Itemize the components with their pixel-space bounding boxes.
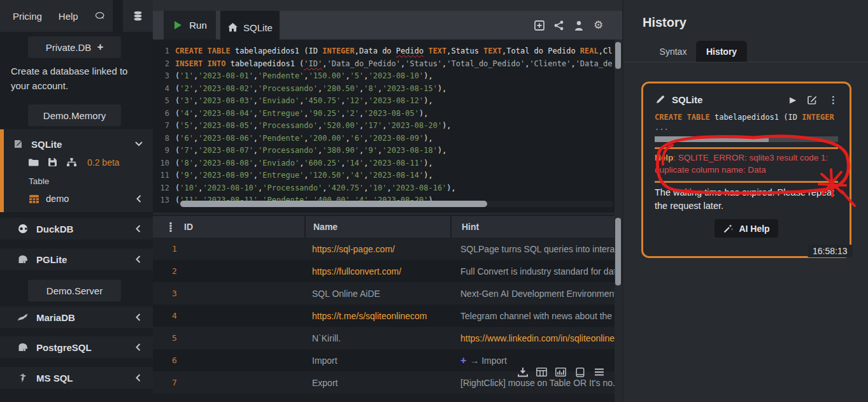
tab-history[interactable]: History [696, 41, 747, 62]
column-header-id[interactable]: ID [153, 222, 304, 233]
sidebar-item-mssql[interactable]: MS SQL [0, 367, 153, 389]
tab-syntax[interactable]: Syntax [653, 41, 693, 62]
download-icon[interactable] [517, 367, 528, 377]
import-plus-icon[interactable]: + [460, 355, 466, 366]
table-row[interactable]: 5N`Kirill.https://www.linkedin.com/in/sq… [153, 327, 615, 349]
duckdb-icon [17, 224, 28, 234]
code-line: 2INSERT INTO tabelapedidos1 ('ID','Data_… [153, 58, 615, 71]
edit-icon[interactable] [807, 94, 818, 105]
demo-server-header[interactable]: Demo.Server [28, 280, 121, 301]
tabs-divider [623, 62, 868, 62]
divider-top [655, 147, 838, 149]
help-link[interactable]: Help [59, 11, 78, 22]
sql-token [423, 45, 428, 58]
sql-token: , [253, 157, 258, 170]
run-button[interactable]: Run [164, 11, 216, 39]
results-vscrollbar-thumb[interactable] [615, 218, 621, 285]
sql-token: , [364, 182, 368, 195]
chevron-left-icon[interactable] [132, 254, 143, 265]
table-row[interactable]: 2https://fullconvert.com/Full Convert is… [153, 260, 615, 282]
sql-token: tabelapedidos1 ( [225, 58, 304, 71]
line-number: 1 [153, 45, 169, 58]
result-link[interactable]: https://t.me/s/sqliteonlinecom [304, 311, 450, 321]
chart-view-icon[interactable] [555, 367, 566, 377]
sidebar-item-demo-table[interactable]: demo [29, 190, 144, 207]
code-line: 4('2','2023-08-02','Processando','280.50… [153, 83, 615, 96]
progress-bar [655, 136, 838, 142]
sql-token: '4' [350, 169, 364, 182]
sql-token: , [194, 157, 198, 170]
code-line: 5('3','2023-08-03','Enviado','450.75','1… [153, 95, 615, 108]
sql-token: ( [175, 182, 180, 195]
sidebar-item-postgresql[interactable]: PostgreSQL [0, 336, 153, 358]
sidebar-item-sqlite[interactable]: SQLite [13, 135, 144, 153]
user-icon[interactable] [573, 20, 584, 31]
code-line: 8('6','2023-08-06','Pendente','200.00','… [153, 133, 615, 145]
chevron-left-icon[interactable] [132, 342, 143, 353]
chevron-left-icon[interactable] [132, 224, 143, 234]
chevron-left-icon[interactable] [132, 312, 143, 323]
elephant-icon [17, 342, 28, 353]
table-view-icon[interactable] [536, 367, 547, 377]
line-number: 3 [153, 70, 169, 83]
header-hint-label: Hint [462, 222, 479, 232]
sql-token: , [318, 83, 322, 96]
journal-icon[interactable] [574, 367, 585, 377]
chevron-left-icon[interactable] [132, 373, 143, 384]
table-row[interactable]: 4https://t.me/s/sqliteonlinecomTelegram … [153, 305, 615, 327]
sidebar-item-duckdb[interactable]: DuckDB [0, 218, 153, 240]
chevron-down-icon[interactable] [133, 139, 144, 150]
sql-token: ), [423, 70, 432, 83]
error-message: Help: SQLITE_ERROR: sqlite3 result code … [655, 152, 838, 176]
sql-token: '2023-08-05' [198, 120, 253, 133]
sql-token: ( [175, 70, 180, 83]
play-icon [173, 20, 183, 31]
sql-token: ( [175, 145, 180, 157]
table-row[interactable]: 1https://sql-page.com/SQLPage turns SQL … [153, 238, 615, 260]
sql-token: '2023-08-14' [369, 169, 424, 182]
chevron-left-icon[interactable] [133, 194, 144, 205]
duckdb-label: DuckDB [36, 224, 73, 234]
pricing-link[interactable]: Pricing [13, 11, 42, 22]
result-link[interactable]: https://www.linkedin.com/in/sqliteonline… [450, 333, 615, 343]
gear-icon[interactable]: ⚙ [593, 20, 604, 31]
sql-editor[interactable]: 1CREATE TABLE tabelapedidos1 (ID INTEGER… [153, 39, 615, 213]
sql-token: '6' [180, 133, 194, 145]
sidebar-item-pglite[interactable]: PGLite [0, 248, 153, 270]
share-icon[interactable] [553, 20, 564, 31]
rerun-icon[interactable]: ▶ [790, 96, 796, 104]
line-number: 9 [153, 145, 169, 157]
database-tab[interactable] [123, 0, 153, 32]
sidebar-item-mariadb[interactable]: MariaDB [0, 306, 153, 328]
sql-token: , [194, 169, 198, 182]
table-grid-icon [29, 194, 39, 205]
result-link[interactable]: https://sql-page.com/ [304, 244, 450, 254]
sql-keyword: TEXT [483, 45, 502, 58]
more-options-icon[interactable]: ⋮ [829, 95, 838, 104]
save-icon[interactable] [47, 157, 58, 168]
table-row[interactable]: 3SQL Online AiDENext-Gen AI Development … [153, 282, 615, 305]
chat-icon[interactable] [95, 11, 106, 22]
editor-hscrollbar-thumb[interactable] [180, 201, 487, 207]
open-folder-icon[interactable] [28, 157, 39, 168]
sql-token: '2023-08-16' [392, 182, 447, 195]
column-header-hint[interactable]: Hint [450, 216, 615, 238]
column-header-name[interactable]: Name [304, 216, 450, 238]
schema-tree-icon[interactable] [66, 157, 77, 168]
demo-memory-header[interactable]: Demo.Memory [28, 104, 121, 126]
result-link[interactable]: https://fullconvert.com/ [304, 266, 450, 276]
sql-token: ), [423, 157, 432, 170]
new-window-icon[interactable] [534, 20, 544, 31]
private-db-button[interactable]: Private.DB + [28, 36, 121, 58]
cell-hint: Next-Gen AI Development Environment... [450, 289, 615, 299]
sql-token: , [382, 120, 387, 133]
menu-icon[interactable] [594, 367, 604, 377]
add-database-icon[interactable]: + [97, 41, 103, 54]
sql-token: '2023-08-10' [203, 182, 258, 195]
ai-help-button[interactable]: AI Help [715, 219, 778, 238]
mssql-label: MS SQL [36, 373, 73, 384]
grip-dots-icon[interactable] [165, 222, 176, 233]
editor-vscrollbar-thumb[interactable] [615, 42, 621, 69]
sql-token: Pedido [396, 45, 423, 58]
sql-token: , [318, 120, 322, 133]
